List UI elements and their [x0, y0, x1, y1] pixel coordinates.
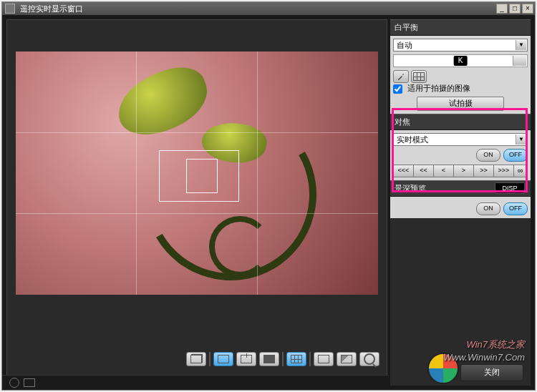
frame-mode-2-button[interactable]: [236, 352, 256, 366]
chevron-down-icon: ▼: [516, 134, 526, 144]
status-bar: [2, 375, 389, 390]
record-status-icon: [9, 378, 19, 388]
maximize-button[interactable]: □: [509, 4, 521, 14]
histogram-button[interactable]: [337, 352, 357, 366]
wb-kelvin-slider[interactable]: K: [393, 54, 528, 67]
title-bar: 遥控实时显示窗口 _ □ ×: [2, 2, 535, 15]
wb-apply-checkbox[interactable]: [393, 84, 402, 94]
focus-body: 实时模式 ▼ ON OFF <<< << < > >> >>> ∞: [390, 130, 531, 180]
grid-line: [16, 213, 378, 214]
grid-line: [257, 52, 258, 295]
wb-apply-checkbox-row[interactable]: 适用于拍摄的图像: [393, 84, 470, 92]
focus-step-far2[interactable]: >>: [474, 165, 494, 177]
focus-mode-select[interactable]: 实时模式 ▼: [393, 133, 528, 146]
focus-step-near1[interactable]: <: [434, 165, 454, 177]
focus-on-button[interactable]: ON: [476, 149, 500, 162]
toolbar-separator: [209, 352, 211, 366]
wb-mode-select[interactable]: 自动 ▼: [393, 39, 528, 52]
live-view-image[interactable]: [16, 52, 378, 295]
focus-off-button[interactable]: OFF: [503, 149, 528, 162]
app-body: 白平衡 自动 ▼ K 适用于拍摄的图像 试拍摄: [2, 15, 535, 390]
dof-on-button[interactable]: ON: [476, 202, 500, 215]
wb-eyedropper-button[interactable]: [393, 70, 409, 83]
live-view-panel: [6, 19, 387, 376]
focus-section: 对焦 实时模式 ▼ ON OFF <<< << < >: [390, 114, 531, 180]
window-mode-button[interactable]: [186, 352, 206, 366]
focus-step-near2[interactable]: <<: [414, 165, 434, 177]
photo-decoration: [209, 216, 271, 278]
dof-onoff: ON OFF: [393, 202, 528, 215]
watermark-text-2: Www.Winwin7.Com: [443, 352, 525, 363]
kelvin-badge: K: [454, 56, 468, 66]
chevron-down-icon: ▼: [516, 40, 526, 50]
settings-panel: 白平衡 自动 ▼ K 适用于拍摄的图像 试拍摄: [390, 19, 531, 386]
close-panel-button[interactable]: 关闭: [460, 364, 523, 381]
wb-tool-row: [393, 70, 528, 83]
test-shoot-button[interactable]: 试拍摄: [417, 97, 504, 111]
toolbar-separator: [309, 352, 311, 366]
wb-body: 自动 ▼ K 适用于拍摄的图像 试拍摄: [390, 36, 531, 114]
toolbar-separator: [282, 352, 284, 366]
focus-stepper: <<< << < > >> >>> ∞: [393, 165, 528, 177]
wb-apply-label: 适用于拍摄的图像: [407, 84, 470, 92]
wb-header: 白平衡: [390, 19, 531, 36]
dof-off-button[interactable]: OFF: [503, 202, 528, 215]
focus-mode-value: 实时模式: [397, 135, 428, 144]
preview-toolbar: [7, 349, 387, 369]
focus-frame-inner[interactable]: [186, 159, 218, 193]
app-window: 遥控实时显示窗口 _ □ ×: [1, 1, 536, 391]
grid-line: [136, 52, 137, 295]
window-controls: _ □ ×: [496, 4, 533, 14]
zoom-button[interactable]: [359, 352, 379, 366]
wb-shift-button[interactable]: [411, 70, 427, 83]
focus-header: 对焦: [390, 114, 531, 130]
window-title: 遥控实时显示窗口: [20, 2, 83, 15]
frame-mode-3-button[interactable]: [259, 352, 279, 366]
close-window-button[interactable]: ×: [522, 4, 533, 14]
focus-step-far1[interactable]: >: [454, 165, 474, 177]
focus-onoff: ON OFF: [393, 149, 528, 162]
focus-step-far3[interactable]: >>>: [494, 165, 514, 177]
compare-view-button[interactable]: [314, 352, 334, 366]
grid-overlay-button[interactable]: [286, 352, 306, 366]
app-icon: [5, 4, 15, 14]
minimize-button[interactable]: _: [496, 4, 508, 14]
display-status-icon: [24, 378, 35, 387]
focus-infinity-button[interactable]: ∞: [514, 165, 528, 177]
focus-step-near3[interactable]: <<<: [393, 165, 414, 177]
frame-mode-1-button[interactable]: [213, 352, 233, 366]
dof-body: ON OFF: [390, 197, 531, 218]
disp-badge[interactable]: DISP: [495, 182, 525, 194]
wb-step-button[interactable]: [513, 56, 526, 66]
wb-mode-value: 自动: [397, 41, 412, 49]
grid-line: [16, 132, 378, 133]
watermark-text-1: Win7系统之家: [466, 338, 525, 351]
